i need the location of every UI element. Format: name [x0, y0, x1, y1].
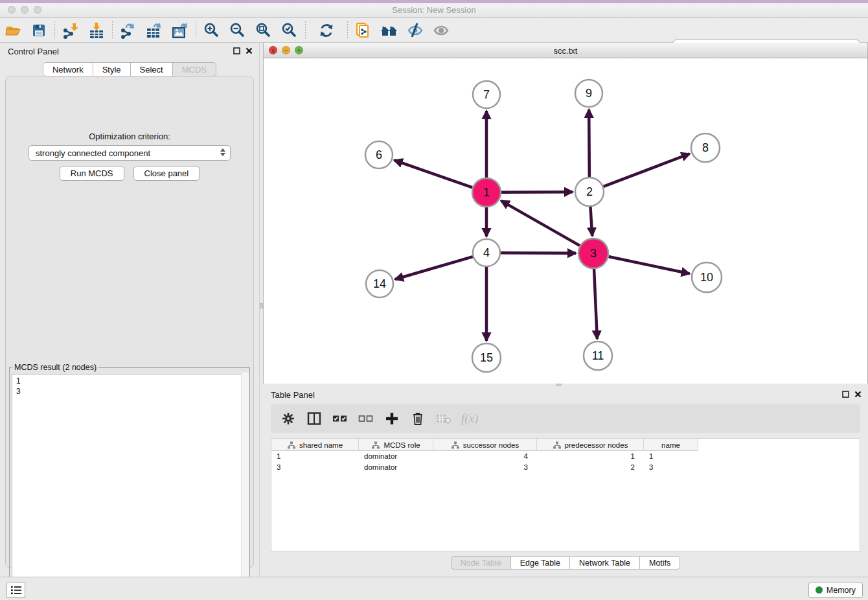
column-header-predecessor-nodes[interactable]: predecessor nodes — [537, 439, 644, 451]
memory-button[interactable]: Memory — [808, 582, 863, 598]
tab-mcds[interactable]: MCDS — [173, 62, 216, 76]
cell-predecessor-nodes: 2 — [537, 463, 644, 473]
network-canvas[interactable]: 7968124314101511 — [264, 58, 867, 384]
export-network-icon[interactable] — [115, 20, 141, 41]
float-panel-icon[interactable] — [233, 47, 240, 54]
edge-1-2[interactable] — [501, 192, 573, 192]
node-3[interactable]: 3 — [578, 238, 608, 268]
control-panel: Control Panel NetworkStyleSelectMCDS Opt… — [0, 43, 259, 577]
mcds-result-group: MCDS result (2 nodes) 1 3 — [9, 363, 250, 600]
node-6[interactable]: 6 — [365, 141, 393, 168]
node-11[interactable]: 11 — [584, 341, 612, 370]
columns-icon[interactable] — [303, 408, 325, 429]
node-10[interactable]: 10 — [692, 262, 722, 292]
column-header-shared-name[interactable]: shared name — [271, 439, 359, 451]
export-table-icon[interactable] — [141, 20, 167, 41]
tree-icon — [451, 441, 460, 449]
edge-3-10[interactable] — [608, 257, 689, 273]
zoom-out-icon[interactable] — [225, 20, 251, 41]
edge-2-9[interactable] — [589, 110, 589, 177]
open-folder-icon[interactable] — [0, 20, 26, 41]
column-header-MCDS-role[interactable]: MCDS role — [359, 439, 433, 451]
edge-3-1[interactable] — [501, 201, 580, 246]
table-panel-title: Table Panel — [271, 390, 315, 400]
table-tab-node-table[interactable]: Node Table — [451, 556, 511, 570]
network-overview-icon[interactable] — [350, 20, 376, 41]
cell-successor-nodes: 3 — [433, 463, 537, 473]
network-window-titlebar: x − + scc.txt — [264, 43, 867, 58]
deselect-all-checkboxes-icon[interactable] — [355, 408, 377, 429]
table-panel-tabs: Node TableEdge TableNetwork TableMotifs — [263, 556, 868, 570]
mcds-result-text[interactable]: 1 3 — [12, 374, 247, 600]
export-image-icon[interactable] — [167, 20, 193, 41]
network-graph: 7968124314101511 — [264, 58, 867, 384]
toolbar-separator — [347, 21, 348, 40]
add-column-icon[interactable] — [381, 408, 403, 429]
select-all-checkboxes-icon[interactable] — [329, 408, 351, 429]
table-tab-motifs[interactable]: Motifs — [640, 556, 680, 570]
list-icon — [10, 584, 23, 596]
network-title: scc.txt — [264, 46, 867, 56]
node-table: shared nameMCDS rolesuccessor nodesprede… — [271, 438, 860, 552]
home-pages-icon[interactable] — [376, 20, 402, 41]
column-header-successor-nodes[interactable]: successor nodes — [433, 439, 537, 451]
node-2[interactable]: 2 — [575, 178, 604, 206]
node-label: 11 — [592, 349, 604, 362]
memory-status-icon — [816, 586, 823, 594]
tab-network[interactable]: Network — [43, 62, 93, 76]
table-header-row: shared nameMCDS rolesuccessor nodesprede… — [271, 439, 698, 451]
run-mcds-button[interactable]: Run MCDS — [60, 166, 124, 181]
float-table-panel-icon[interactable] — [842, 391, 849, 398]
column-header-name[interactable]: name — [644, 439, 698, 451]
table-row[interactable]: 3dominator323 — [271, 463, 860, 473]
node-7[interactable]: 7 — [473, 81, 500, 108]
close-table-panel-icon[interactable] — [854, 391, 862, 398]
node-label: 3 — [590, 247, 597, 260]
save-session-icon[interactable] — [26, 20, 52, 41]
zoom-in-icon[interactable] — [199, 20, 225, 41]
table-panel: Table Panel — [263, 386, 868, 577]
edge-2-3[interactable] — [590, 207, 592, 236]
tree-icon — [553, 441, 562, 449]
titlebar-accent — [0, 0, 868, 3]
gear-icon[interactable] — [277, 408, 299, 429]
node-1[interactable]: 1 — [472, 178, 501, 207]
node-label: 8 — [702, 141, 709, 154]
node-4[interactable]: 4 — [473, 239, 500, 266]
zoom-fit-icon[interactable] — [251, 20, 277, 41]
hide-panel-eye-icon[interactable] — [402, 20, 428, 41]
node-8[interactable]: 8 — [691, 133, 720, 162]
table-tab-edge-table[interactable]: Edge Table — [511, 556, 570, 570]
table-body: 1dominator4113dominator323 — [271, 452, 860, 473]
show-panel-eye-icon[interactable] — [428, 20, 454, 41]
cell-shared-name: 1 — [271, 452, 359, 462]
tab-style[interactable]: Style — [93, 62, 131, 76]
node-14[interactable]: 14 — [366, 270, 393, 297]
tab-select[interactable]: Select — [131, 62, 173, 76]
optimization-criterion-label: Optimization criterion: — [0, 132, 259, 141]
import-table-icon[interactable] — [84, 20, 109, 41]
node-15[interactable]: 15 — [472, 343, 501, 372]
edge-4-3[interactable] — [501, 253, 576, 253]
table-row[interactable]: 1dominator411 — [271, 452, 860, 462]
close-panel-icon[interactable] — [246, 47, 253, 54]
node-9[interactable]: 9 — [575, 80, 602, 107]
table-tab-network-table[interactable]: Network Table — [570, 556, 640, 570]
close-panel-button[interactable]: Close panel — [133, 166, 200, 181]
criterion-dropdown[interactable]: strongly connected component — [29, 145, 231, 161]
zoom-selected-icon[interactable] — [277, 20, 303, 41]
node-label: 6 — [376, 148, 382, 161]
status-bar: Memory — [0, 577, 868, 600]
edge-1-6[interactable] — [394, 160, 473, 187]
import-network-icon[interactable] — [58, 20, 84, 41]
delete-column-trash-icon[interactable] — [407, 408, 429, 429]
edge-2-8[interactable] — [604, 154, 690, 187]
edge-4-14[interactable] — [395, 257, 473, 279]
task-history-button[interactable] — [6, 582, 25, 598]
function-builder-icon: f(x) — [459, 411, 478, 426]
apply-layout-icon[interactable] — [308, 20, 345, 41]
cell-name: 3 — [644, 463, 698, 473]
cell-MCDS-role: dominator — [359, 452, 433, 462]
result-scrollbar[interactable] — [241, 373, 249, 600]
edge-3-11[interactable] — [594, 269, 597, 339]
